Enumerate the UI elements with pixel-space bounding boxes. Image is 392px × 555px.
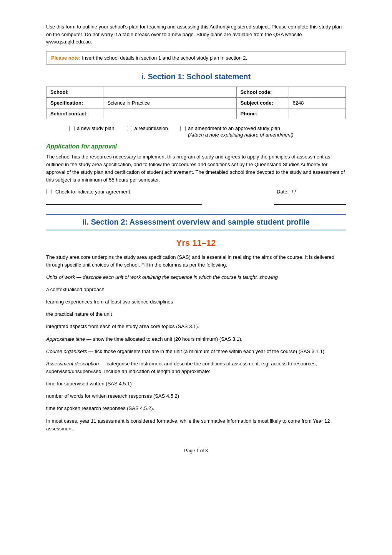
section2-para-0: The study area core underpins the study … <box>46 253 346 269</box>
agreement-checkbox[interactable] <box>46 189 51 194</box>
section2-para-time-supervised: time for supervised written (SAS 4.5.1) <box>46 380 346 388</box>
note-text: Insert the school details in section 1 a… <box>81 55 247 61</box>
phone-label: Phone: <box>236 108 289 119</box>
contact-value <box>103 108 236 119</box>
new-study-plan-item: a new study plan <box>69 125 115 131</box>
section2-approx-time: Approximate time — show the time allocat… <box>46 335 346 343</box>
section2-para-words: number of words for written research res… <box>46 392 346 400</box>
section2-para-spoken: time for spoken research responses (SAS … <box>46 405 346 412</box>
section2-para-5: integrated aspects from each of the stud… <box>46 323 346 330</box>
intro-text: Use this form to outline your school's p… <box>46 23 346 46</box>
agreement-label: Check to indicate your agreement. <box>55 189 131 195</box>
table-row: School contact: Phone: <box>47 108 346 119</box>
resubmission-checkbox[interactable] <box>127 126 132 131</box>
assessment-desc-italic: Assessment description <box>46 361 99 367</box>
section2-heading: ii. Section 2: Assessment overview and s… <box>46 218 346 227</box>
section2-para-formative: In most cases, year 11 assessment is con… <box>46 417 346 433</box>
school-table: School: School code: Specification: Scie… <box>46 87 346 119</box>
units-italic: Units of work — describe each unit of wo… <box>46 274 278 280</box>
school-label: School: <box>47 87 103 98</box>
amendment-label: an amendment to an approved study plan <box>188 125 280 131</box>
table-row: Specification: Science in Practice Subje… <box>47 98 346 108</box>
section2-para-4: the practical nature of the unit <box>46 310 346 318</box>
date-line <box>274 198 346 205</box>
school-code-value <box>289 87 345 98</box>
phone-value <box>289 108 345 119</box>
resubmission-label: a resubmission <box>135 125 168 131</box>
note-box: Please note: Insert the school details i… <box>46 51 346 65</box>
signature-line <box>46 198 202 205</box>
table-row: School: School code: <box>47 87 346 98</box>
school-value <box>103 87 236 98</box>
note-label: Please note: <box>51 55 81 61</box>
section1-heading: i. Section 1: School statement <box>46 72 346 81</box>
section2-assessment-desc: Assessment description — categorise the … <box>46 360 346 375</box>
amendment-checkbox[interactable] <box>180 126 186 131</box>
specification-label: Specification: <box>47 98 103 108</box>
amendment-item: an amendment to an approved study plan (… <box>180 125 294 138</box>
specification-value: Science in Practice <box>103 98 236 108</box>
subject-code-value: 6248 <box>289 98 345 108</box>
date-row: Date: / / <box>277 189 346 195</box>
resubmission-item: a resubmission <box>127 125 168 131</box>
school-code-label: School code: <box>236 87 289 98</box>
approx-time-italic: Approximate time <box>46 336 85 342</box>
agreement-date-wrapper: Check to indicate your agreement. Date: … <box>46 189 346 195</box>
approx-time-rest: — show the time allocated to each unit (… <box>85 336 243 342</box>
section2-para-2: a contextualised approach <box>46 286 346 293</box>
subject-code-label: Subject code: <box>236 98 289 108</box>
date-value: / / <box>292 189 296 195</box>
new-study-plan-label: a new study plan <box>77 125 115 131</box>
course-org-italic: Course organisers <box>46 348 87 354</box>
submission-type-row: a new study plan a resubmission an amend… <box>69 125 346 138</box>
application-heading: Application for approval <box>46 143 346 150</box>
yrs-heading: Yrs 11–12 <box>46 238 346 248</box>
contact-label: School contact: <box>47 108 103 119</box>
page-footer: Page 1 of 3 <box>46 448 346 453</box>
agreement-left: Check to indicate your agreement. <box>46 189 277 195</box>
amendment-italic-note: (Attach a note explaining nature of amen… <box>188 132 294 138</box>
section2-units-intro: Units of work — describe each unit of wo… <box>46 273 346 281</box>
section2-para-3: learning experiences from at least two s… <box>46 298 346 306</box>
date-label: Date: <box>277 189 289 195</box>
signature-area <box>46 198 346 205</box>
new-study-plan-checkbox[interactable] <box>69 126 75 131</box>
course-org-rest: — tick those organisers that are in the … <box>87 348 326 354</box>
section2-course-organisers: Course organisers — tick those organiser… <box>46 348 346 355</box>
application-body: The school has the resources necessary t… <box>46 153 346 184</box>
